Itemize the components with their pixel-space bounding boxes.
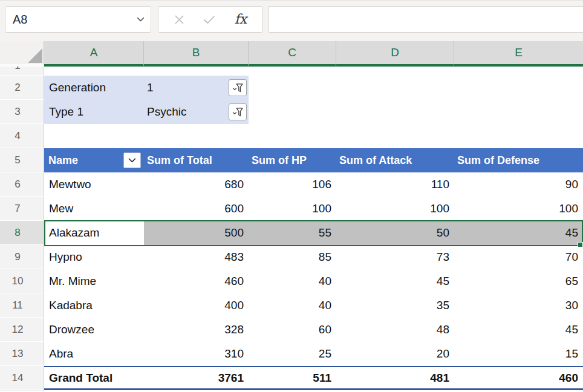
cancel-icon[interactable]	[174, 15, 184, 25]
cell-C12[interactable]: 60	[249, 318, 336, 342]
row-header-1[interactable]: 1	[0, 67, 44, 76]
cell-D12[interactable]: 48	[336, 318, 454, 342]
cell-B12[interactable]: 328	[144, 318, 249, 342]
cell-A14[interactable]: Grand Total	[44, 366, 144, 390]
select-all-corner[interactable]	[0, 41, 44, 67]
row-header-4[interactable]: 4	[0, 124, 44, 148]
cell-E12[interactable]: 45	[454, 318, 583, 342]
cell-B9[interactable]: 483	[144, 245, 249, 269]
row-header-5[interactable]: 5	[0, 148, 44, 172]
enter-icon[interactable]	[203, 15, 215, 24]
pivot-header-name[interactable]: Name	[44, 148, 144, 172]
insert-function-icon[interactable]: fx	[235, 13, 247, 26]
row-header-12[interactable]: 12	[0, 318, 44, 342]
cell-A8[interactable]: Alakazam	[44, 221, 144, 245]
cell-A12[interactable]: Drowzee	[44, 318, 144, 342]
column-header-E[interactable]: E	[454, 41, 583, 67]
cell-B6[interactable]: 680	[144, 172, 249, 197]
cell-E3[interactable]	[454, 100, 583, 124]
name-filter-dropdown[interactable]	[123, 152, 141, 168]
row-header-14[interactable]: 14	[0, 366, 44, 390]
cell-A7[interactable]: Mew	[44, 197, 144, 221]
cell-D9[interactable]: 73	[336, 245, 454, 269]
cell-A6[interactable]: Mewtwo	[44, 172, 144, 197]
cell-B2[interactable]: 1	[144, 76, 249, 100]
cell-C13[interactable]: 25	[249, 342, 336, 366]
cell-D10[interactable]: 45	[336, 269, 454, 293]
row-header-7[interactable]: 7	[0, 197, 44, 221]
cell-A1[interactable]	[44, 67, 144, 76]
cell-C6[interactable]: 106	[249, 172, 336, 197]
cell-C14[interactable]: 511	[249, 366, 336, 390]
cell-B7[interactable]: 600	[144, 197, 249, 221]
cell-B11[interactable]: 400	[144, 293, 249, 318]
formula-bar-input[interactable]	[268, 6, 583, 33]
cell-C4[interactable]	[249, 124, 336, 148]
cell-E2[interactable]	[454, 76, 583, 100]
cell-E11[interactable]: 30	[454, 293, 583, 318]
row-header-9[interactable]: 9	[0, 245, 44, 269]
cell-E1[interactable]	[454, 67, 583, 76]
cell-C7[interactable]: 100	[249, 197, 336, 221]
row-header-10[interactable]: 10	[0, 269, 44, 293]
column-header-B[interactable]: B	[144, 41, 249, 67]
pivot-header-sum-of-defense[interactable]: Sum of Defense	[454, 148, 583, 172]
cell-E6[interactable]: 90	[454, 172, 583, 197]
cell-D7[interactable]: 100	[336, 197, 454, 221]
filter-button-generation[interactable]	[229, 79, 247, 96]
cell-C9[interactable]: 85	[249, 245, 336, 269]
cell-E7[interactable]: 100	[454, 197, 583, 221]
cell-B8[interactable]: 500	[144, 221, 249, 245]
cell-B10[interactable]: 460	[144, 269, 249, 293]
cell-D1[interactable]	[336, 67, 454, 76]
cell-A13[interactable]: Abra	[44, 342, 144, 366]
column-header-A[interactable]: A	[44, 41, 144, 67]
column-header-C[interactable]: C	[249, 41, 336, 67]
cell-C3[interactable]	[249, 100, 336, 124]
row-header-11[interactable]: 11	[0, 293, 44, 318]
row-header-6[interactable]: 6	[0, 172, 44, 197]
cell-D3[interactable]	[336, 100, 454, 124]
cell-C8[interactable]: 55	[249, 221, 336, 245]
cell-B3[interactable]: Psychic	[144, 100, 249, 124]
cell-A2[interactable]: Generation	[44, 76, 144, 100]
cell-A10[interactable]: Mr. Mime	[44, 269, 144, 293]
cell-A9[interactable]: Hypno	[44, 245, 144, 269]
pivot-header-sum-of-total[interactable]: Sum of Total	[144, 148, 249, 172]
cell-D6[interactable]: 110	[336, 172, 454, 197]
column-header-D[interactable]: D	[336, 41, 454, 67]
cell-C2[interactable]	[249, 76, 336, 100]
row-header-3[interactable]: 3	[0, 100, 44, 124]
row-header-13[interactable]: 13	[0, 342, 44, 366]
cell-D8[interactable]: 50	[336, 221, 454, 245]
name-box-chevron-icon[interactable]	[137, 17, 145, 22]
cell-D2[interactable]	[336, 76, 454, 100]
cell-D13[interactable]: 20	[336, 342, 454, 366]
pivot-header-sum-of-attack[interactable]: Sum of Attack	[336, 148, 454, 172]
cell-E8[interactable]: 45	[454, 221, 583, 245]
cell-C11[interactable]: 40	[249, 293, 336, 318]
cell-D11[interactable]: 35	[336, 293, 454, 318]
cell-A4[interactable]	[44, 124, 144, 148]
row-header-2[interactable]: 2	[0, 76, 44, 100]
fill-handle[interactable]	[578, 242, 583, 247]
cell-C1[interactable]	[249, 67, 336, 76]
cell-E14[interactable]: 460	[454, 366, 583, 390]
cell-D14[interactable]: 481	[336, 366, 454, 390]
cell-B4[interactable]	[144, 124, 249, 148]
row-header-8[interactable]: 8	[0, 221, 44, 245]
name-box[interactable]: A8	[5, 6, 151, 33]
filter-button-type-1[interactable]	[229, 103, 247, 120]
cell-D4[interactable]	[336, 124, 454, 148]
cell-C10[interactable]: 40	[249, 269, 336, 293]
cell-A3[interactable]: Type 1	[44, 100, 144, 124]
pivot-header-sum-of-hp[interactable]: Sum of HP	[249, 148, 336, 172]
cell-E4[interactable]	[454, 124, 583, 148]
cell-E9[interactable]: 70	[454, 245, 583, 269]
cell-E13[interactable]: 15	[454, 342, 583, 366]
cell-A11[interactable]: Kadabra	[44, 293, 144, 318]
cell-B1[interactable]	[144, 67, 249, 76]
cell-B13[interactable]: 310	[144, 342, 249, 366]
cell-E10[interactable]: 65	[454, 269, 583, 293]
cell-B14[interactable]: 3761	[144, 366, 249, 390]
